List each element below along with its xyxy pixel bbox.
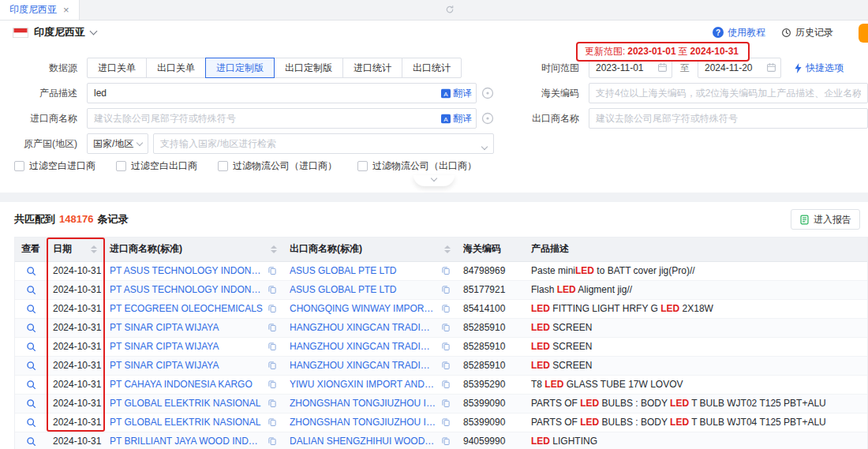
- view-detail-icon[interactable]: [26, 285, 36, 295]
- importer-cell: PT ECOGREEN OLEOCHEMICALS: [103, 299, 283, 318]
- importer-link[interactable]: PT SINAR CIPTA WIJAYA: [110, 341, 263, 352]
- floating-widget[interactable]: [859, 24, 868, 43]
- update-range-start: 2023-01-01: [627, 46, 675, 57]
- view-detail-icon[interactable]: [26, 417, 36, 428]
- copy-icon[interactable]: [441, 380, 451, 389]
- table-row: 2024-10-31PT SINAR CIPTA WIJAYAHANGZHOU …: [15, 318, 867, 337]
- tab-close-icon[interactable]: ×: [63, 5, 69, 15]
- translate-button[interactable]: A 翻译: [441, 112, 472, 125]
- importer-cell: PT CAHAYA INDONESIA KARGO: [103, 375, 283, 394]
- copy-icon[interactable]: [268, 398, 277, 408]
- history-link[interactable]: 历史记录: [781, 26, 833, 39]
- hs-code-input[interactable]: [589, 83, 868, 103]
- copy-icon[interactable]: [441, 436, 451, 446]
- checkbox-box[interactable]: [116, 161, 126, 171]
- view-detail-icon[interactable]: [26, 398, 36, 409]
- copy-icon[interactable]: [268, 380, 277, 389]
- origin-search-input[interactable]: [153, 133, 494, 154]
- datasource-option[interactable]: 出口统计: [402, 58, 462, 78]
- exporter-link[interactable]: HANGZHOU XINGCAN TRADING CO LTD: [290, 322, 436, 333]
- exporter-input[interactable]: [589, 108, 868, 129]
- column-header[interactable]: 日期: [47, 238, 103, 261]
- view-detail-icon[interactable]: [26, 436, 36, 447]
- product-description-cell: PARTS OF LED BULBS : BODY LED T BULB WJT…: [525, 413, 867, 432]
- copy-icon[interactable]: [441, 417, 451, 427]
- importer-link[interactable]: PT ECOGREEN OLEOCHEMICALS: [110, 303, 263, 314]
- checkbox-box[interactable]: [218, 161, 228, 171]
- copy-icon[interactable]: [268, 285, 277, 294]
- sort-icon[interactable]: [91, 245, 97, 253]
- copy-icon[interactable]: [268, 361, 277, 370]
- country-dropdown-icon[interactable]: [90, 28, 98, 36]
- importer-link[interactable]: PT SINAR CIPTA WIJAYA: [110, 322, 263, 333]
- importer-link[interactable]: PT ASUS TECHNOLOGY INDONESIA BA...: [110, 265, 263, 276]
- search-history-icon[interactable]: [481, 87, 494, 99]
- translate-button[interactable]: A 翻译: [441, 87, 472, 100]
- exporter-link[interactable]: CHONGQING WINWAY IMPORT AND E...: [290, 303, 436, 314]
- exporter-link[interactable]: ZHONGSHAN TONGJIUZHOU INTERNA...: [290, 398, 436, 409]
- copy-icon[interactable]: [268, 323, 277, 332]
- filter-checkbox[interactable]: 过滤物流公司（出口商）: [357, 159, 477, 173]
- datasource-option[interactable]: 进口统计: [342, 58, 402, 78]
- copy-icon[interactable]: [441, 323, 451, 332]
- exporter-link[interactable]: ASUS GLOBAL PTE LTD: [290, 284, 436, 295]
- filter-checkbox[interactable]: 过滤空白出口商: [116, 159, 197, 173]
- exporter-link[interactable]: HANGZHOU XINGCAN TRADING CO LTD: [290, 341, 436, 352]
- column-header[interactable]: 出口商名称(标准): [283, 238, 457, 261]
- tab-strip-tool-icon[interactable]: [445, 5, 455, 14]
- table-row: 2024-10-31PT GLOBAL ELEKTRIK NASIONALZHO…: [15, 394, 867, 413]
- column-header[interactable]: 进口商名称(标准): [103, 238, 283, 261]
- exporter-link[interactable]: ASUS GLOBAL PTE LTD: [290, 265, 436, 276]
- copy-icon[interactable]: [441, 342, 451, 351]
- copy-icon[interactable]: [268, 436, 277, 446]
- view-detail-icon[interactable]: [26, 380, 36, 390]
- enter-report-button[interactable]: 进入报告: [791, 209, 860, 230]
- datasource-tabs: 进口关单出口关单进口定制版出口定制版进口统计出口统计: [87, 58, 462, 78]
- importer-link[interactable]: PT ASUS TECHNOLOGY INDONESIA BA...: [110, 284, 263, 295]
- sort-icon[interactable]: [444, 245, 451, 253]
- exporter-link[interactable]: HANGZHOU XINGCAN TRADING CO LTD: [290, 360, 436, 371]
- sort-icon[interactable]: [271, 245, 277, 253]
- importer-link[interactable]: PT SINAR CIPTA WIJAYA: [110, 360, 263, 371]
- filter-checkbox[interactable]: 过滤物流公司（进口商）: [218, 159, 337, 173]
- view-detail-icon[interactable]: [26, 304, 36, 314]
- filter-checkbox[interactable]: 过滤空白进口商: [14, 159, 95, 173]
- importer-input[interactable]: [87, 108, 477, 129]
- importer-link[interactable]: PT CAHAYA INDONESIA KARGO: [110, 379, 263, 390]
- origin-select[interactable]: 国家/地区: [87, 133, 148, 154]
- quick-options-link[interactable]: 快捷选项: [794, 62, 844, 75]
- copy-icon[interactable]: [441, 285, 451, 294]
- datasource-option[interactable]: 出口定制版: [274, 58, 343, 78]
- view-detail-icon[interactable]: [26, 266, 36, 276]
- checkbox-box[interactable]: [14, 161, 24, 171]
- importer-link[interactable]: PT GLOBAL ELEKTRIK NASIONAL: [110, 417, 263, 428]
- highlighted-term: LED: [544, 379, 563, 390]
- tab-indonesia[interactable]: 印度尼西亚 ×: [0, 0, 80, 20]
- svg-text:A: A: [443, 115, 448, 122]
- view-detail-icon[interactable]: [26, 361, 36, 371]
- tutorial-link[interactable]: ? 使用教程: [713, 26, 765, 39]
- copy-icon[interactable]: [441, 266, 451, 275]
- exporter-link[interactable]: ZHONGSHAN TONGJIUZHOU INTERNA...: [290, 417, 436, 428]
- copy-icon[interactable]: [441, 361, 451, 370]
- copy-icon[interactable]: [441, 398, 451, 408]
- copy-icon[interactable]: [441, 304, 451, 313]
- exporter-link[interactable]: DALIAN SHENGZHIHUI WOOD INDUST...: [290, 436, 436, 447]
- view-detail-icon[interactable]: [26, 342, 36, 352]
- importer-link[interactable]: PT BRILLIANT JAYA WOOD INDUSTRY: [110, 436, 263, 447]
- search-history-icon[interactable]: [481, 112, 494, 125]
- importer-link[interactable]: PT GLOBAL ELEKTRIK NASIONAL: [110, 398, 263, 409]
- datasource-option[interactable]: 进口关单: [87, 58, 147, 78]
- datasource-option[interactable]: 出口关单: [146, 58, 206, 78]
- copy-icon[interactable]: [268, 304, 277, 313]
- datasource-option-active[interactable]: 进口定制版: [205, 58, 275, 78]
- product-desc-input[interactable]: [87, 83, 477, 103]
- collapse-handle[interactable]: [413, 175, 455, 186]
- copy-icon[interactable]: [268, 266, 277, 275]
- copy-icon[interactable]: [268, 417, 277, 427]
- importer-cell: PT SINAR CIPTA WIJAYA: [103, 318, 283, 337]
- exporter-link[interactable]: YIWU XIONGXIN IMPORT AND EXPORT...: [290, 379, 436, 390]
- view-detail-icon[interactable]: [26, 323, 36, 333]
- checkbox-box[interactable]: [357, 161, 368, 171]
- copy-icon[interactable]: [268, 342, 277, 351]
